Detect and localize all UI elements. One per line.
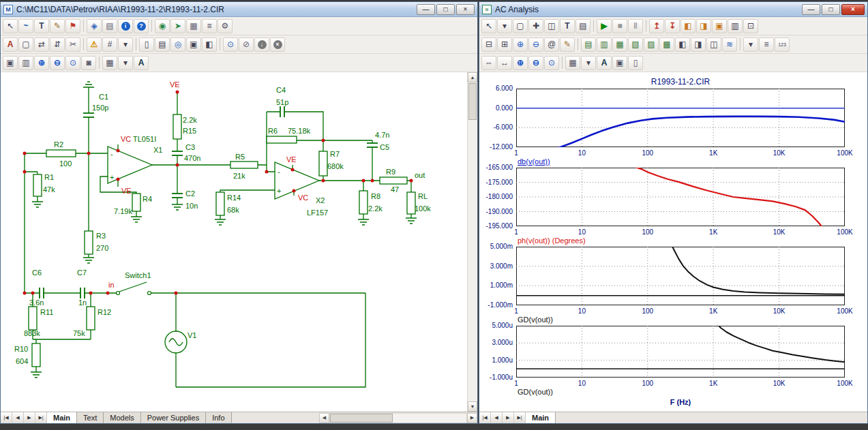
flag-tool-icon[interactable]: ⚑ <box>65 19 80 33</box>
panels-icon[interactable]: ◫ <box>544 19 559 33</box>
open-page-icon[interactable]: ▤ <box>155 37 170 52</box>
grid-display-icon[interactable]: ▦ <box>565 56 580 70</box>
add-plot-icon[interactable]: ⊞ <box>497 37 512 52</box>
maximize-button[interactable]: □ <box>822 4 840 15</box>
tab-main[interactable]: Main <box>526 412 556 423</box>
vertical-scrollbar[interactable]: ▲ ▼ <box>467 72 477 412</box>
font-icon[interactable]: A <box>597 56 612 70</box>
switch-switch1[interactable] <box>117 282 151 295</box>
zoom-window-icon[interactable]: ⊙ <box>544 56 559 70</box>
last-page-button[interactable]: ▶| <box>35 412 47 423</box>
plot-style-2-icon[interactable]: ▥ <box>597 37 612 52</box>
plot-area-4[interactable] <box>516 326 845 378</box>
stop-icon[interactable]: ■ <box>612 19 627 33</box>
run-icon[interactable]: ▶ <box>597 19 612 33</box>
capacitor-c5[interactable] <box>367 143 378 147</box>
plot-style-6-icon[interactable]: ▩ <box>659 37 674 52</box>
close-button[interactable]: × <box>456 4 475 15</box>
zoom-area-icon[interactable]: ⊙ <box>65 56 80 70</box>
components[interactable] <box>29 82 417 378</box>
curve-label[interactable]: db(v(out)) <box>518 157 550 166</box>
resistor-r2[interactable] <box>46 150 76 157</box>
annotate-icon[interactable]: ✎ <box>560 37 575 52</box>
grid-options-icon[interactable]: ▾ <box>118 56 133 70</box>
prev-page-button[interactable]: ◀ <box>12 412 24 423</box>
zoom-out-icon[interactable]: ⊖ <box>528 56 543 70</box>
grid-display-icon[interactable]: ▦ <box>102 56 117 70</box>
next-page-button[interactable]: ▶ <box>503 412 514 423</box>
close-button[interactable]: × <box>841 4 865 15</box>
plot-panel[interactable]: R1993-11-2.CIR 6.0000.000-6.000-12.00011… <box>479 72 867 412</box>
zoom-in-icon[interactable]: ⊕ <box>513 37 528 52</box>
repeat-find-icon[interactable]: ⊘ <box>239 37 254 52</box>
scale-mode-icon[interactable]: ▢ <box>513 19 528 33</box>
warning-icon[interactable]: ⚠ <box>87 37 102 52</box>
capacitor-c7[interactable] <box>80 288 85 298</box>
new-page-icon[interactable]: ▯ <box>628 56 643 70</box>
text-tool-icon[interactable]: T <box>34 19 49 33</box>
node-numbers-icon[interactable]: ▢ <box>18 37 33 52</box>
text-tool-icon[interactable]: T <box>560 19 575 33</box>
plot-style-4-icon[interactable]: ▧ <box>628 37 643 52</box>
paste-icon[interactable]: ▥ <box>18 56 33 70</box>
horizontal-scrollbar[interactable]: ◀ ▶ <box>319 412 477 423</box>
grid-dropdown-icon[interactable]: ▾ <box>118 37 133 52</box>
properties-icon[interactable]: ▤ <box>575 19 590 33</box>
maximize-button[interactable]: □ <box>436 4 455 15</box>
overlay-icon[interactable]: ▥ <box>728 19 743 33</box>
copy-page-icon[interactable]: ▣ <box>612 56 627 70</box>
scrollbar-thumb[interactable] <box>468 83 477 120</box>
cut-icon[interactable]: ✂ <box>65 37 80 52</box>
scroll-down-button[interactable]: ▼ <box>468 401 477 412</box>
axes-style-3-icon[interactable]: ◫ <box>706 37 721 52</box>
fit-x-icon[interactable]: ↔ <box>497 56 512 70</box>
pan-x-icon[interactable]: ⇔ <box>481 56 496 70</box>
minimize-button[interactable]: — <box>417 4 435 15</box>
resistor-r4[interactable] <box>132 194 140 211</box>
flip-icon[interactable]: ⇵ <box>50 37 65 52</box>
plot-style-1-icon[interactable]: ▤ <box>581 37 596 52</box>
new-page-icon[interactable]: ▯ <box>139 37 154 52</box>
tab-info[interactable]: Info <box>206 412 231 423</box>
settings-icon[interactable]: ⚙ <box>218 19 233 33</box>
resistor-r8[interactable] <box>359 191 368 214</box>
schematic-canvas[interactable]: C1150pVER2100VCTL051IX12.2kR15C3470nC451… <box>1 72 477 412</box>
select-tool-icon[interactable]: ↖ <box>481 19 496 33</box>
curve-label[interactable]: GD(v(out)) <box>518 388 553 396</box>
capacitor-c4[interactable] <box>280 106 284 117</box>
resistor-r12[interactable] <box>87 307 95 330</box>
swap-icon[interactable]: ⇄ <box>34 37 49 52</box>
resistor-r14[interactable] <box>216 192 224 215</box>
tab-main[interactable]: Main <box>47 412 77 423</box>
cursor-mode-icon[interactable]: ✚ <box>528 19 543 33</box>
plot-style-3-icon[interactable]: ▦ <box>612 37 627 52</box>
font-icon[interactable]: A <box>134 56 149 70</box>
attribute-text-icon[interactable]: A <box>3 37 18 52</box>
waveform-icon[interactable]: ≋ <box>722 37 737 52</box>
tab-text[interactable]: Text <box>77 412 104 423</box>
shape-editor-icon[interactable]: ▤ <box>102 19 117 33</box>
info-icon[interactable]: i <box>118 19 133 33</box>
high-icon[interactable]: ◧ <box>680 19 695 33</box>
resistor-r5[interactable] <box>230 162 258 168</box>
help-icon[interactable]: ? <box>134 19 149 33</box>
scroll-up-button[interactable]: ▲ <box>468 72 477 82</box>
axes-style-1-icon[interactable]: ◧ <box>675 37 690 52</box>
opamp-x2[interactable] <box>275 162 319 199</box>
tab-power-supplies[interactable]: Power Supplies <box>141 412 206 423</box>
resistor-r9[interactable] <box>380 177 407 184</box>
capacitor-c1[interactable] <box>83 113 94 117</box>
help-system-icon[interactable]: ◉ <box>155 19 170 33</box>
axes-style-2-icon[interactable]: ◨ <box>691 37 706 52</box>
capacitor-c2[interactable] <box>172 194 183 198</box>
pause-icon[interactable]: ‖ <box>628 19 643 33</box>
mode-dropdown-icon[interactable]: ▾ <box>497 19 512 33</box>
close-circle-icon[interactable]: × <box>270 37 285 52</box>
curve-label[interactable]: ph(v(out)) (Degrees) <box>518 236 586 245</box>
sheet-icon[interactable]: ▦ <box>186 19 201 33</box>
resistor-r10[interactable] <box>32 343 40 367</box>
camera-icon[interactable]: ◙ <box>81 56 96 70</box>
region-select-icon[interactable]: ▣ <box>186 37 201 52</box>
find-icon[interactable]: ⊙ <box>223 37 238 52</box>
grid-options-icon[interactable]: ▾ <box>743 37 758 52</box>
